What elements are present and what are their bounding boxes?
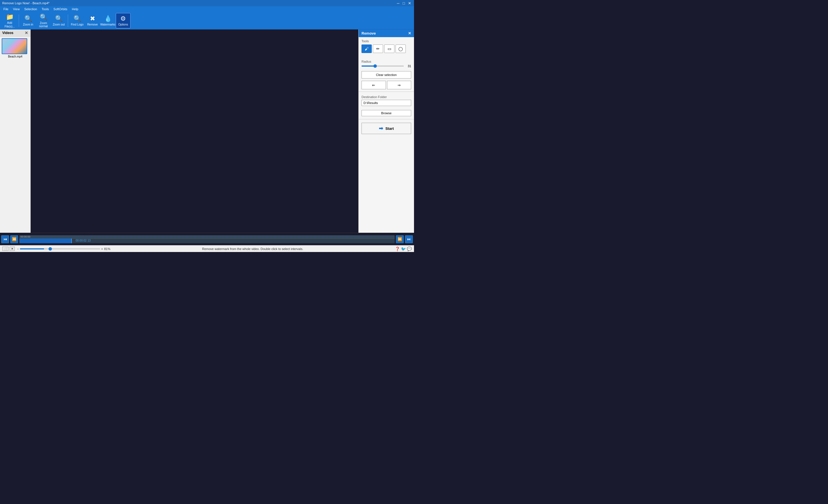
timeline-current-time: 00:00:02 13 <box>76 239 90 242</box>
tools-label: Tools <box>362 39 411 43</box>
status-zoom-area: − + 81% <box>17 247 110 250</box>
zoom-slider[interactable] <box>20 248 100 249</box>
start-arrow-icon: ➡ <box>379 125 383 132</box>
status-left: ⬜ ✕ <box>2 246 15 251</box>
menu-tools[interactable]: Tools <box>39 7 51 11</box>
help-icon[interactable]: ❓ <box>395 246 400 251</box>
timeline-next-button[interactable]: ⏩ <box>396 235 404 243</box>
clear-selection-button[interactable]: Clear selection <box>362 71 411 79</box>
close-button[interactable]: ✕ <box>407 1 412 5</box>
video-thumbnail[interactable]: Beach.mp4 <box>0 37 30 60</box>
sidebar-close-button[interactable]: ✕ <box>25 31 28 35</box>
remove-icon: ✖ <box>90 15 95 22</box>
timeline-progress-bar <box>19 239 72 243</box>
maximize-button[interactable]: □ <box>402 1 406 5</box>
radius-section: Radius 31 <box>359 57 414 70</box>
radius-value: 31 <box>406 64 411 68</box>
toolbar-separator <box>19 14 19 27</box>
timeline-end-button[interactable]: ⏭ <box>405 235 413 243</box>
copy-next-icon: ⇒ <box>398 83 401 87</box>
right-panel: Remove ✕ Tools 🖌 ✏ ▭ ◯ Radius <box>358 30 414 233</box>
menu-softorbits[interactable]: SoftOrbits <box>51 7 70 11</box>
toolbar: 📁 Add File(s)... 🔍 Zoom in 🔍 Zoom normal… <box>0 12 414 30</box>
zoom-out-label: Zoom out <box>53 23 65 26</box>
zoom-plus-icon[interactable]: + <box>101 247 103 250</box>
video-preview-image <box>2 38 27 54</box>
time-start: 00:00:00 <box>20 235 30 238</box>
menu-file[interactable]: File <box>1 7 11 11</box>
copy-buttons: ⇐ ⇒ <box>362 81 411 89</box>
timeline-bar-area: 00:00:02 13 <box>19 239 395 243</box>
minimize-button[interactable]: ─ <box>396 1 400 5</box>
watermarks-button[interactable]: 💧 Watermarks <box>100 13 115 28</box>
watermarks-label: Watermarks <box>100 23 116 26</box>
start-label: Start <box>385 127 394 131</box>
timeline-prev-button[interactable]: ⏪ <box>10 235 18 243</box>
status-bar: ⬜ ✕ − + 81% Remove watermark from the wh… <box>0 245 414 252</box>
options-icon: ⚙ <box>120 15 126 22</box>
circle-tool-button[interactable]: ◯ <box>396 45 406 53</box>
panel-separator <box>359 92 414 92</box>
rect-icon: ▭ <box>387 46 391 51</box>
destination-label: Destination Folder <box>362 95 411 99</box>
copy-prev-button[interactable]: ⇐ <box>362 81 386 89</box>
tools-row: 🖌 ✏ ▭ ◯ <box>362 45 411 53</box>
timeline-ruler: 00:00:00 <box>19 235 395 239</box>
start-button[interactable]: ➡ Start <box>362 123 411 134</box>
options-label: Options <box>118 23 128 26</box>
zoom-out-icon: 🔍 <box>55 15 63 22</box>
toolbar-separator-2 <box>68 14 68 27</box>
sidebar-title: Videos <box>2 31 13 35</box>
right-panel-title: Remove <box>362 31 376 36</box>
rect-tool-button[interactable]: ▭ <box>384 45 395 53</box>
options-button[interactable]: ⚙ Options <box>116 13 130 28</box>
select-mode-button[interactable]: ⬜ <box>2 246 8 251</box>
menu-view[interactable]: View <box>11 7 22 11</box>
zoom-in-label: Zoom in <box>23 23 33 26</box>
destination-input[interactable] <box>362 100 411 106</box>
zoom-normal-button[interactable]: 🔍 Zoom normal <box>36 13 51 28</box>
social-icon-2[interactable]: 💬 <box>407 246 412 251</box>
title-text: Remove Logo Now! - Beach.mp4* <box>2 1 49 5</box>
brush-tool-button[interactable]: 🖌 <box>362 45 372 53</box>
timeline-track[interactable]: 00:00:00 00:00:02 13 <box>19 235 395 243</box>
brush-icon: 🖌 <box>365 46 369 51</box>
marker-tool-button[interactable]: ✏ <box>373 45 383 53</box>
zoom-in-icon: 🔍 <box>25 15 32 22</box>
right-panel-close-button[interactable]: ✕ <box>408 31 411 36</box>
window-controls: ─ □ ✕ <box>396 1 412 5</box>
main-layout: Videos ✕ Beach.mp4 <box>0 30 414 233</box>
add-files-button[interactable]: 📁 Add File(s)... <box>2 13 17 28</box>
zoom-minus-icon[interactable]: − <box>17 247 19 250</box>
status-right-icons: ❓ 🐦 💬 <box>395 246 412 251</box>
browse-button[interactable]: Browse <box>362 110 411 116</box>
remove-button[interactable]: ✖ Remove <box>85 13 100 28</box>
sidebar-panel: Videos ✕ Beach.mp4 <box>0 30 31 233</box>
find-logo-label: Find Logo <box>71 23 83 26</box>
radius-slider[interactable] <box>362 65 404 66</box>
destination-section: Destination Folder <box>359 93 414 108</box>
menu-help[interactable]: Help <box>70 7 81 11</box>
copy-next-button[interactable]: ⇒ <box>387 81 411 89</box>
add-files-label: Add <box>7 21 12 25</box>
deselect-button[interactable]: ✕ <box>10 246 15 251</box>
social-icon-1[interactable]: 🐦 <box>401 246 406 251</box>
copy-prev-icon: ⇐ <box>372 83 375 87</box>
status-message: Remove watermark from the whole video. D… <box>113 247 393 250</box>
marker-icon: ✏ <box>376 46 380 51</box>
menu-selection[interactable]: Selection <box>22 7 39 11</box>
circle-icon: ◯ <box>399 46 403 51</box>
zoom-normal-label: Zoom normal <box>36 21 51 28</box>
add-files-label2: File(s)... <box>5 25 15 28</box>
find-logo-icon: 🔍 <box>74 15 81 22</box>
remove-label: Remove <box>87 23 97 26</box>
timeline: ⏮ ⏪ 00:00:00 00:00:02 13 ⏩ ⏭ <box>0 233 414 245</box>
tools-section: Tools 🖌 ✏ ▭ ◯ <box>359 37 414 57</box>
sidebar-header: Videos ✕ <box>0 30 30 37</box>
zoom-normal-icon: 🔍 <box>40 14 47 21</box>
zoom-in-button[interactable]: 🔍 Zoom in <box>21 13 36 28</box>
find-logo-button[interactable]: 🔍 Find Logo <box>70 13 85 28</box>
timeline-start-button[interactable]: ⏮ <box>1 235 9 243</box>
zoom-out-button[interactable]: 🔍 Zoom out <box>51 13 66 28</box>
title-bar: Remove Logo Now! - Beach.mp4* ─ □ ✕ <box>0 0 414 6</box>
